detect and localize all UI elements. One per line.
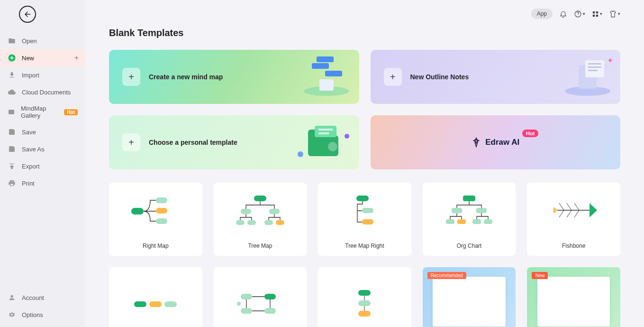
svg-rect-12 — [317, 56, 334, 62]
svg-rect-11 — [325, 71, 342, 76]
template-thumb — [527, 183, 620, 238]
svg-rect-17 — [588, 66, 601, 68]
svg-rect-40 — [362, 208, 373, 213]
card-personal-template[interactable]: + Choose a personal template — [109, 115, 359, 169]
sidebar-item-new[interactable]: New + — [0, 49, 85, 66]
template-tree-map-right[interactable]: Tree Map Right — [318, 183, 411, 256]
help-icon[interactable]: ▾ — [574, 10, 585, 18]
svg-rect-26 — [318, 132, 329, 134]
template-flow[interactable] — [214, 267, 307, 327]
plus-icon: + — [122, 133, 140, 151]
svg-rect-43 — [452, 208, 462, 213]
sidebar-item-label: Account — [22, 294, 44, 301]
template-new[interactable]: New — [527, 267, 620, 327]
sidebar-item-print[interactable]: Print — [0, 175, 85, 192]
sidebar-item-label: Save As — [22, 146, 45, 153]
svg-rect-31 — [156, 218, 167, 224]
card-new-mindmap[interactable]: + Create a new mind map — [109, 50, 359, 104]
svg-rect-47 — [472, 219, 481, 224]
print-icon — [8, 179, 16, 187]
shirt-icon[interactable]: ▾ — [609, 10, 620, 18]
svg-rect-61 — [241, 308, 252, 314]
template-fishbone[interactable]: Fishbone — [527, 183, 620, 256]
template-recommended[interactable]: Recommended — [423, 267, 516, 327]
main-content: App ▾ ▾ ▾ Blank Templates + Create a new… — [85, 0, 644, 327]
svg-point-27 — [328, 142, 337, 151]
sidebar-item-label: Export — [22, 163, 40, 170]
template-org-chart[interactable]: Org Chart — [423, 183, 516, 256]
outline-illustration: ✦ — [562, 56, 614, 98]
sidebar-item-save[interactable]: Save — [0, 123, 85, 140]
sidebar-item-open[interactable]: Open — [0, 32, 85, 49]
template-thumb — [318, 267, 411, 327]
plus-icon: + — [384, 68, 402, 86]
svg-rect-4 — [593, 11, 595, 13]
bell-icon[interactable] — [559, 10, 567, 18]
svg-line-55 — [574, 210, 579, 217]
svg-rect-10 — [312, 63, 329, 69]
svg-rect-29 — [156, 197, 167, 203]
card-outline-notes[interactable]: + New Outline Notes ✦ — [371, 50, 621, 104]
svg-rect-39 — [356, 196, 369, 201]
svg-line-53 — [559, 210, 564, 217]
svg-rect-45 — [446, 219, 454, 224]
svg-rect-64 — [358, 290, 371, 296]
sidebar-item-account[interactable]: Account — [0, 289, 85, 306]
svg-rect-62 — [264, 308, 276, 314]
template-right-map[interactable]: Right Map — [109, 183, 202, 256]
svg-rect-25 — [318, 129, 333, 131]
sidebar-item-import[interactable]: Import — [0, 66, 85, 84]
template-thumb — [318, 183, 411, 238]
sidebar-item-options[interactable]: Options — [0, 306, 85, 323]
svg-point-21 — [345, 134, 349, 139]
svg-point-63 — [237, 302, 241, 306]
template-label: Org Chart — [457, 238, 482, 256]
svg-rect-34 — [269, 209, 280, 214]
back-button[interactable] — [19, 6, 36, 23]
card-label: Edraw AI Hot — [471, 137, 519, 148]
plus-icon: + — [74, 54, 79, 62]
svg-line-51 — [567, 203, 571, 210]
template-label: Right Map — [143, 238, 169, 256]
cloud-icon — [8, 88, 16, 96]
sidebar-item-export[interactable]: Export — [0, 158, 85, 175]
svg-rect-16 — [588, 63, 601, 65]
template-tree-map[interactable]: Tree Map — [214, 183, 307, 256]
svg-rect-37 — [264, 220, 273, 225]
card-edraw-ai[interactable]: Edraw AI Hot — [371, 115, 621, 169]
account-icon — [8, 293, 16, 302]
svg-rect-57 — [149, 301, 162, 307]
svg-rect-46 — [457, 219, 466, 224]
folder-illustration — [296, 121, 353, 164]
template-thumb — [214, 267, 307, 327]
svg-rect-24 — [315, 126, 336, 137]
svg-rect-33 — [241, 209, 251, 214]
svg-rect-42 — [463, 196, 475, 201]
svg-point-2 — [10, 295, 13, 298]
template-thumb — [433, 277, 505, 327]
svg-rect-36 — [247, 220, 256, 225]
template-timeline[interactable] — [109, 267, 202, 327]
sidebar-item-cloud[interactable]: Cloud Documents — [0, 84, 85, 101]
card-label: Create a new mind map — [149, 73, 223, 81]
sidebar-item-save-as[interactable]: Save As — [0, 140, 85, 158]
svg-rect-59 — [241, 294, 252, 299]
template-vertical[interactable] — [318, 267, 411, 327]
apps-icon[interactable]: ▾ — [592, 10, 602, 18]
sidebar-item-gallery[interactable]: MindMap Gallery Hot — [0, 101, 85, 123]
ai-icon — [471, 137, 481, 148]
plus-icon: + — [122, 68, 140, 86]
svg-line-52 — [574, 203, 579, 210]
sidebar: Open New + Import Cloud Documents MindMa… — [0, 0, 85, 327]
app-button[interactable]: App — [531, 9, 553, 19]
arrow-left-icon — [23, 10, 32, 19]
svg-line-54 — [567, 210, 571, 217]
svg-rect-32 — [254, 196, 266, 201]
svg-rect-1 — [9, 110, 14, 114]
page-title: Blank Templates — [109, 28, 620, 38]
svg-rect-7 — [596, 14, 598, 16]
svg-rect-18 — [588, 70, 598, 71]
svg-text:✦: ✦ — [607, 56, 613, 65]
svg-rect-41 — [362, 219, 373, 224]
template-thumb — [109, 267, 202, 327]
